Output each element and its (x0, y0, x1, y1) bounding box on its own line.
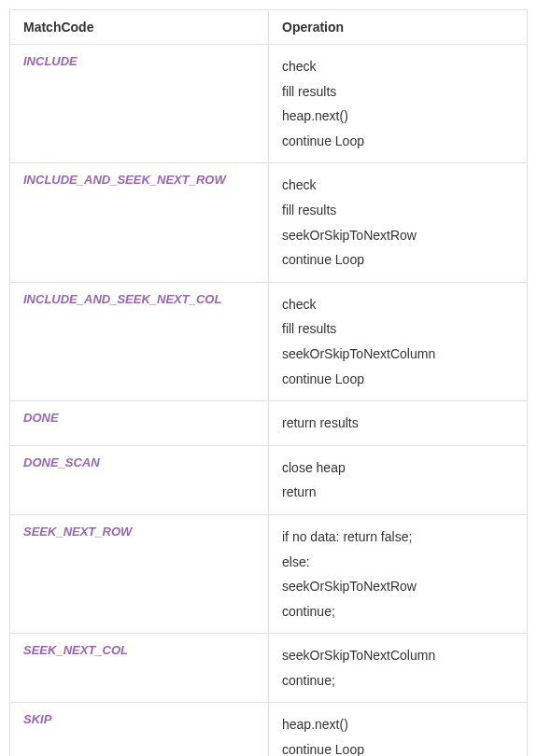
operation-cell: heap.next()continue Loop (269, 703, 528, 756)
operation-line: if no data: return false; (282, 525, 514, 550)
operation-line: return (282, 480, 514, 505)
operation-cell: checkfill resultsseekOrSkipToNextRowcont… (269, 163, 528, 282)
matchcode-cell: INCLUDE_AND_SEEK_NEXT_COL (10, 282, 269, 400)
table-row: SEEK_NEXT_ROWif no data: return false;el… (10, 514, 528, 633)
table-row: DONEreturn results (10, 401, 528, 446)
table-header: MatchCode Operation (10, 10, 528, 45)
operation-line: continue Loop (282, 367, 514, 392)
operation-line: check (282, 173, 514, 198)
operation-line: seekOrSkipToNextColumn (282, 342, 514, 367)
table-row: SKIPheap.next()continue Loop (10, 703, 528, 756)
operation-line: continue Loop (282, 737, 514, 756)
matchcode-cell: SEEK_NEXT_ROW (10, 514, 269, 633)
operation-line: fill results (282, 198, 514, 223)
operation-line: seekOrSkipToNextRow (282, 223, 514, 248)
operation-line: continue; (282, 599, 514, 624)
operation-line: fill results (282, 79, 514, 105)
header-matchcode: MatchCode (10, 10, 269, 45)
operation-line: continue Loop (282, 247, 514, 273)
operation-line: check (282, 292, 514, 317)
operation-line: return results (282, 411, 514, 436)
table-body: INCLUDEcheckfill resultsheap.next()conti… (10, 45, 528, 757)
operation-cell: close heapreturn (269, 445, 528, 514)
operation-cell: if no data: return false;else:seekOrSkip… (269, 514, 528, 633)
matchcode-cell: INCLUDE (10, 45, 269, 163)
operation-line: continue; (282, 668, 514, 693)
operation-cell: checkfill resultsseekOrSkipToNextColumnc… (269, 282, 528, 400)
header-operation: Operation (269, 10, 528, 45)
operation-line: continue Loop (282, 129, 514, 154)
operation-line: else: (282, 550, 514, 575)
matchcode-cell: INCLUDE_AND_SEEK_NEXT_ROW (10, 163, 269, 282)
operation-line: heap.next() (282, 104, 514, 129)
matchcode-cell: DONE (10, 401, 269, 446)
table-row: INCLUDEcheckfill resultsheap.next()conti… (10, 45, 528, 163)
operation-line: check (282, 54, 514, 79)
operation-cell: checkfill resultsheap.next()continue Loo… (269, 45, 528, 163)
table-row: SEEK_NEXT_COLseekOrSkipToNextColumnconti… (10, 634, 528, 703)
operation-cell: return results (269, 401, 528, 446)
operation-line: close heap (282, 455, 514, 481)
table-header-row: MatchCode Operation (10, 10, 528, 45)
table-row: DONE_SCANclose heapreturn (10, 445, 528, 514)
table-row: INCLUDE_AND_SEEK_NEXT_ROWcheckfill resul… (10, 163, 528, 282)
operation-line: heap.next() (282, 712, 514, 737)
matchcode-table: MatchCode Operation INCLUDEcheckfill res… (9, 9, 528, 756)
table-row: INCLUDE_AND_SEEK_NEXT_COLcheckfill resul… (10, 282, 528, 400)
operation-cell: seekOrSkipToNextColumncontinue; (269, 634, 528, 703)
matchcode-cell: SEEK_NEXT_COL (10, 634, 269, 703)
operation-line: seekOrSkipToNextRow (282, 574, 514, 599)
operation-line: fill results (282, 316, 514, 342)
matchcode-cell: DONE_SCAN (10, 445, 269, 514)
operation-line: seekOrSkipToNextColumn (282, 643, 514, 668)
matchcode-cell: SKIP (10, 703, 269, 756)
